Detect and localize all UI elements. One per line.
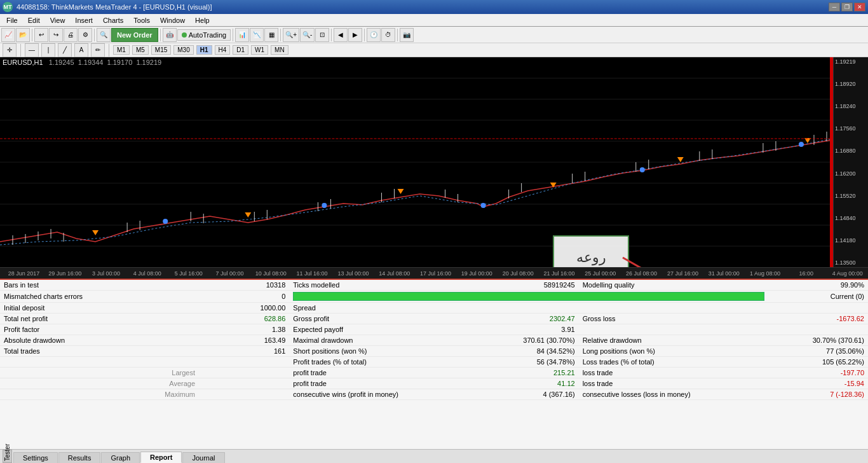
indicator3-button[interactable]: ▦ — [264, 28, 278, 42]
time-16: 27 Jul 16:00 — [662, 270, 703, 277]
properties-button[interactable]: ⚙ — [78, 28, 92, 42]
minimize-button[interactable]: ─ — [829, 3, 840, 11]
mq-label: Modelling quality — [579, 280, 778, 291]
screenshot-button[interactable]: 📷 — [400, 28, 414, 42]
indicator2-button[interactable]: 📉 — [250, 28, 264, 42]
trendline-button[interactable]: ╱ — [58, 43, 72, 57]
mq-val: 99.90% — [778, 280, 868, 291]
menu-tools[interactable]: Tools — [128, 15, 155, 25]
clock-button[interactable]: ⏱ — [381, 28, 395, 42]
menu-edit[interactable]: Edit — [23, 15, 45, 25]
period-sep-button[interactable]: 🕐 — [367, 28, 381, 42]
tf-m1[interactable]: M1 — [113, 45, 130, 55]
stats-panel[interactable]: Bars in test 10318 Ticks modelled 589192… — [0, 279, 868, 449]
svg-point-45 — [163, 219, 168, 224]
undo-button[interactable]: ↩ — [34, 28, 48, 42]
autotrading-button[interactable]: AutoTrading — [177, 29, 231, 41]
tf-d1[interactable]: D1 — [233, 45, 248, 55]
gross-profit-label: Gross profit — [289, 314, 488, 324]
drawing-button[interactable]: ✏ — [91, 43, 105, 57]
menu-view[interactable]: View — [45, 15, 71, 25]
time-11: 19 Jul 00:00 — [456, 270, 498, 277]
menu-file[interactable]: File — [1, 15, 23, 25]
menu-help[interactable]: Help — [190, 15, 215, 25]
gross-loss-label: Gross loss — [579, 314, 778, 324]
abs-dd-val: 163.49 — [199, 335, 289, 346]
scroll-right-button[interactable]: ▶ — [348, 28, 362, 42]
tab-report[interactable]: Report — [140, 452, 182, 463]
consec-losses-label: consecutive losses (loss in money) — [579, 389, 778, 400]
rel-dd-val: 30.70% (370.61) — [778, 335, 868, 346]
menu-insert[interactable]: Insert — [70, 15, 98, 25]
price-level-5: 1.16200 — [835, 170, 867, 177]
average-label: Average — [0, 378, 199, 389]
new-chart-button[interactable]: 📈 — [1, 28, 15, 42]
avg-lt-val: -15.94 — [778, 378, 868, 389]
row-maximum: Maximum consecutive wins (profit in mone… — [0, 389, 868, 400]
sep5 — [280, 29, 281, 41]
tf-m15[interactable]: M15 — [151, 45, 171, 55]
tab-settings[interactable]: Settings — [13, 452, 58, 463]
tf-m30[interactable]: M30 — [173, 45, 193, 55]
hline-button[interactable]: — — [25, 43, 39, 57]
largest-lt-val: -197.70 — [778, 368, 868, 378]
time-axis: 28 Jun 2017 29 Jun 16:00 3 Jul 00:00 4 J… — [0, 267, 868, 279]
sep2 — [94, 29, 95, 41]
zoom-button[interactable]: 🔍 — [97, 28, 111, 42]
spread-label: Spread — [289, 303, 488, 314]
tf-mn[interactable]: MN — [271, 45, 288, 55]
close-button[interactable]: ✕ — [854, 3, 865, 11]
row-deposit: Initial deposit 1000.00 Spread — [0, 303, 868, 314]
zoom-out-button[interactable]: 🔍- — [300, 28, 315, 42]
redo-button[interactable]: ↪ — [49, 28, 63, 42]
spread-current — [488, 303, 868, 314]
time-4: 5 Jul 16:00 — [168, 270, 209, 277]
tf-h1[interactable]: H1 — [196, 45, 212, 55]
tf-m5[interactable]: M5 — [132, 45, 149, 55]
scroll-left-button[interactable]: ◀ — [334, 28, 348, 42]
row-largest: Largest profit trade 215.21 loss trade -… — [0, 368, 868, 378]
time-8: 13 Jul 00:00 — [333, 270, 374, 277]
tab-journal[interactable]: Journal — [182, 452, 224, 463]
consec-wins-val: 4 (367.16) — [488, 389, 578, 400]
annotation-box: روعه — [553, 235, 629, 267]
row-profit-trades: Profit trades (% of total) 56 (34.78%) L… — [0, 357, 868, 368]
tf-w1[interactable]: W1 — [251, 45, 268, 55]
chart-info: EURUSD,H1 1.19245 1.19344 1.19170 1.1921… — [3, 59, 161, 66]
tab-graph[interactable]: Graph — [101, 452, 140, 463]
text-button[interactable]: A — [74, 43, 88, 57]
chart-high: 1.19344 — [78, 59, 104, 66]
window-controls[interactable]: ─ ❐ ✕ — [829, 3, 865, 11]
menu-window[interactable]: Window — [155, 15, 190, 25]
gross-profit-val: 2302.47 — [488, 314, 578, 324]
tester-label: Tester — [3, 450, 12, 463]
consec-losses-val: 7 (-128.36) — [778, 389, 868, 400]
print-button[interactable]: 🖨 — [64, 28, 78, 42]
deposit-label: Initial deposit — [0, 303, 199, 314]
main-content: EURUSD,H1 1.19245 1.19344 1.19170 1.1921… — [0, 57, 868, 463]
gross-loss-val: -1673.62 — [778, 314, 868, 324]
chart-container[interactable]: EURUSD,H1 1.19245 1.19344 1.19170 1.1921… — [0, 57, 868, 267]
chart-close: 1.19219 — [136, 59, 161, 66]
quality-bar — [293, 292, 764, 301]
bars-label: Bars in test — [0, 280, 199, 291]
fit-button[interactable]: ⊡ — [315, 28, 329, 42]
crosshair-button[interactable]: ✛ — [3, 43, 17, 57]
price-level-0: 1.19219 — [835, 59, 867, 65]
restore-button[interactable]: ❐ — [841, 3, 853, 11]
new-order-button[interactable]: New Order — [111, 28, 158, 42]
indicator1-button[interactable]: 📊 — [235, 28, 249, 42]
zoom-in-button[interactable]: 🔍+ — [283, 28, 299, 42]
tf-h4[interactable]: H4 — [215, 45, 231, 55]
pt-val: 56 (34.78%) — [488, 357, 578, 368]
price-level-9: 1.13500 — [835, 259, 867, 266]
price-level-6: 1.15520 — [835, 193, 867, 199]
open-button[interactable]: 📂 — [16, 28, 30, 42]
time-17: 31 Jul 00:00 — [703, 270, 745, 277]
tab-results[interactable]: Results — [58, 452, 101, 463]
row-profit-factor: Profit factor 1.38 Expected payoff 3.91 — [0, 324, 868, 335]
price-level-1: 1.18920 — [835, 81, 867, 87]
vline-button[interactable]: | — [41, 43, 55, 57]
menu-charts[interactable]: Charts — [98, 15, 128, 25]
time-9: 14 Jul 08:00 — [374, 270, 415, 277]
